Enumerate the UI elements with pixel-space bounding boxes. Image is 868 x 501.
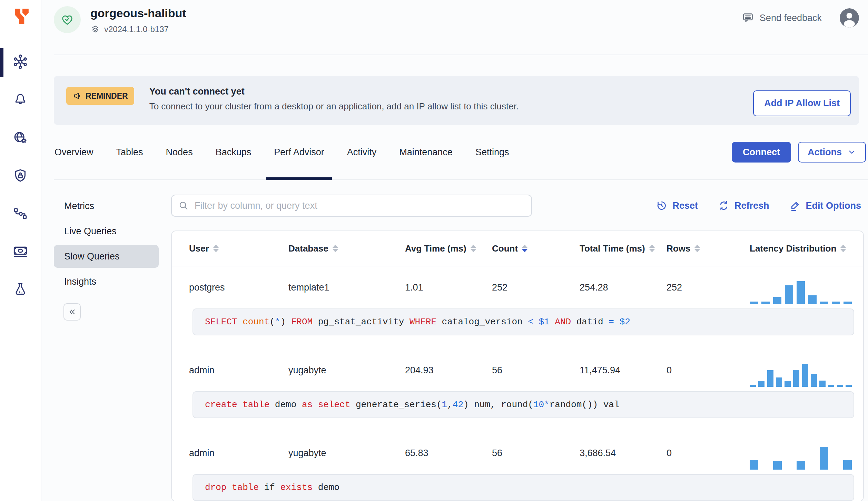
histogram-bar [750, 460, 758, 470]
sql-token: 42 [453, 400, 463, 410]
sort-down-icon [649, 249, 655, 252]
cell-total-time: 11,475.94 [580, 365, 667, 376]
histogram-bar [750, 302, 758, 304]
sql-token: catalog_version [436, 317, 528, 327]
column-header-total-time-ms[interactable]: Total Time (ms) [580, 243, 667, 254]
histogram-bar [773, 461, 782, 470]
actions-button[interactable]: Actions [798, 142, 866, 163]
sql-token [313, 400, 318, 410]
subnav-item-live-queries[interactable]: Live Queries [54, 220, 159, 243]
column-header-count[interactable]: Count [492, 243, 580, 254]
tab-nodes[interactable]: Nodes [165, 125, 194, 179]
sort-down-icon [694, 249, 700, 252]
tab-perf-advisor[interactable]: Perf Advisor [273, 125, 325, 179]
add-ip-allow-list-button[interactable]: Add IP Allow List [753, 90, 851, 116]
reset-button[interactable]: Reset [656, 200, 698, 212]
histogram-bar [767, 370, 773, 387]
histogram-bar [793, 370, 799, 387]
sidebar-item-labs[interactable] [12, 282, 28, 297]
query-text: create table demo as select generate_ser… [193, 391, 854, 418]
sql-token: count [243, 317, 269, 327]
histogram-bar [846, 385, 852, 387]
chevron-double-left-icon [67, 307, 77, 317]
cell-database: yugabyte [288, 365, 405, 376]
column-header-latency-distribution[interactable]: Latency Distribution [750, 243, 856, 254]
send-feedback-button[interactable]: Send feedback [742, 12, 822, 24]
histogram-bar [750, 385, 756, 387]
subnav-item-insights[interactable]: Insights [54, 270, 159, 293]
sql-token: as [302, 400, 313, 410]
refresh-label: Refresh [734, 200, 769, 211]
sidebar-item-billing[interactable] [12, 244, 28, 259]
tab-backups[interactable]: Backups [215, 125, 252, 179]
cluster-tabsbar: OverviewTablesNodesBackupsPerf AdvisorAc… [54, 125, 868, 180]
sidebar-item-network[interactable] [12, 130, 28, 146]
sort-icons [333, 245, 338, 252]
page-title: gorgeous-halibut [90, 7, 186, 20]
sort-up-icon [840, 245, 846, 248]
sort-up-icon [333, 245, 338, 248]
sidebar-item-integrations[interactable] [12, 206, 28, 222]
histogram-bar [808, 295, 817, 304]
reset-history-icon [656, 200, 668, 212]
sql-token [237, 317, 243, 327]
sql-token: , [447, 400, 453, 410]
table-row[interactable]: postgrestemplate11.01252254.28252 [172, 266, 863, 308]
perf-advisor-subnav: MetricsLive QueriesSlow QueriesInsights [42, 195, 171, 501]
cell-rows: 252 [667, 282, 750, 293]
tab-settings[interactable]: Settings [475, 125, 510, 179]
latency-histogram [750, 440, 852, 470]
column-header-avg-time-ms[interactable]: Avg Time (ms) [405, 243, 492, 254]
edit-options-button[interactable]: Edit Options [789, 200, 861, 212]
yugabyte-logo [14, 8, 30, 26]
sql-token: SELECT [205, 317, 237, 327]
feedback-bubble-icon [742, 12, 754, 24]
app-sidebar [0, 0, 41, 501]
security-shield-lock-icon [12, 168, 28, 184]
histogram-bar [797, 281, 805, 304]
reminder-badge: REMINDER [66, 87, 134, 105]
tab-activity[interactable]: Activity [346, 125, 377, 179]
sql-token: ) num, round( [463, 400, 533, 410]
sql-token [550, 317, 555, 327]
sql-token: select [318, 400, 351, 410]
user-avatar[interactable] [840, 8, 859, 28]
column-header-user[interactable]: User [189, 243, 288, 254]
tab-overview[interactable]: Overview [54, 125, 94, 179]
refresh-button[interactable]: Refresh [718, 200, 769, 212]
histogram-bar [828, 385, 834, 387]
cell-user: postgres [189, 282, 288, 293]
query-text: drop table if exists demo [193, 474, 854, 501]
sql-token: WHERE [410, 317, 436, 327]
sql-token: = [609, 317, 614, 327]
layers-icon [90, 24, 100, 34]
cluster-header: gorgeous-halibut v2024.1.1.0-b137 Send f… [54, 0, 868, 55]
subnav-item-metrics[interactable]: Metrics [54, 195, 159, 217]
sidebar-item-security[interactable] [12, 168, 28, 184]
query-text: SELECT count(*) FROM pg_stat_activity WH… [193, 308, 854, 335]
sidebar-item-alerts[interactable] [12, 92, 28, 108]
column-header-rows[interactable]: Rows [667, 243, 750, 254]
subnav-item-slow-queries[interactable]: Slow Queries [54, 245, 159, 268]
sql-token: $2 [620, 317, 630, 327]
connect-button[interactable]: Connect [732, 142, 791, 163]
histogram-bar [758, 381, 765, 387]
reminder-badge-label: REMINDER [86, 91, 128, 101]
slow-queries-table: UserDatabaseAvg Time (ms)CountTotal Time… [171, 230, 864, 501]
sort-up-icon [213, 245, 219, 248]
table-row[interactable]: adminyugabyte204.935611,475.940 [172, 349, 863, 391]
sort-up-icon [694, 245, 700, 248]
tab-maintenance[interactable]: Maintenance [398, 125, 453, 179]
column-header-database[interactable]: Database [288, 243, 405, 254]
sort-icons [213, 245, 219, 252]
sidebar-item-clusters[interactable] [12, 54, 28, 70]
tab-tables[interactable]: Tables [116, 125, 144, 179]
collapse-sidebar-button[interactable] [63, 303, 81, 321]
sql-token [614, 317, 620, 327]
filter-input[interactable] [194, 200, 525, 212]
column-header-label: Count [492, 243, 518, 254]
cluster-health-badge [54, 6, 81, 33]
table-row[interactable]: adminyugabyte65.83563,686.540 [172, 432, 863, 474]
column-header-label: Rows [667, 243, 690, 254]
integrations-flow-icon [12, 206, 28, 222]
